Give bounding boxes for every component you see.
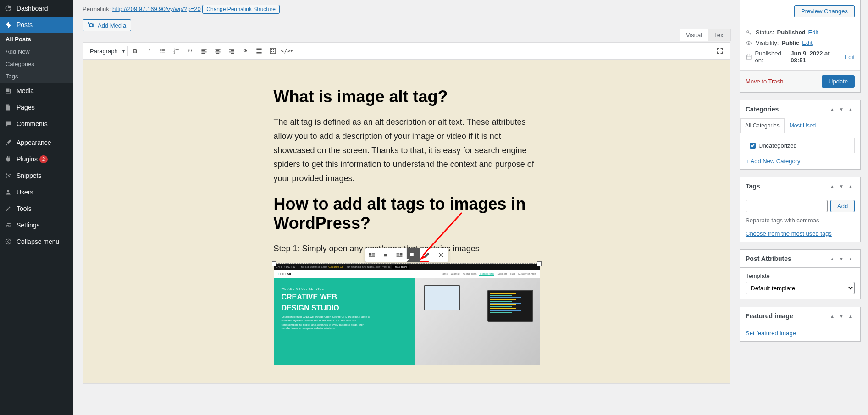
choose-tags-link[interactable]: Choose from the most used tags: [746, 230, 832, 237]
ul-button[interactable]: [156, 44, 169, 57]
menu-plugins[interactable]: Plugins 2: [0, 151, 73, 167]
img-align-center-button[interactable]: [379, 248, 393, 262]
menu-label: Settings: [17, 221, 40, 229]
menu-snippets[interactable]: Snippets: [0, 167, 73, 184]
format-select[interactable]: Paragraph ▼: [87, 46, 128, 56]
move-down-icon[interactable]: ▼: [837, 255, 846, 263]
menu-media[interactable]: Media: [0, 83, 73, 99]
menu-pages[interactable]: Pages: [0, 99, 73, 116]
permalink-label: Permalink:: [83, 6, 111, 12]
add-category-link[interactable]: + Add New Category: [746, 158, 801, 165]
code-button[interactable]: </>▾: [280, 44, 293, 57]
readmore-button[interactable]: [253, 44, 265, 57]
link-button[interactable]: [239, 44, 252, 57]
quote-button[interactable]: [184, 44, 197, 57]
menu-users[interactable]: Users: [0, 184, 73, 200]
toggle-icon[interactable]: ▲: [846, 105, 855, 113]
italic-button[interactable]: I: [143, 44, 155, 57]
set-featured-image-link[interactable]: Set featured image: [746, 330, 796, 337]
align-center-button[interactable]: [211, 44, 224, 57]
main-content: Permalink: http://209.97.169.90/vy/wp/?p…: [73, 0, 740, 415]
cat-tab-used[interactable]: Most Used: [785, 118, 821, 133]
svg-rect-9: [400, 253, 403, 256]
scissors-icon: [4, 171, 13, 180]
chevron-down-icon: ▼: [122, 49, 126, 54]
camera-icon: [88, 22, 95, 29]
paragraph-1[interactable]: The alt tag is defined as an alt descrip…: [274, 115, 540, 185]
change-permalink-button[interactable]: Change Permalink Structure: [202, 5, 280, 14]
img-remove-button[interactable]: [434, 248, 448, 262]
align-left-button[interactable]: [198, 44, 210, 57]
edit-visibility-link[interactable]: Edit: [802, 39, 812, 46]
pin-icon: [4, 20, 13, 29]
heading-1[interactable]: What is image alt tag?: [274, 87, 540, 106]
align-right-button[interactable]: [225, 44, 238, 57]
move-up-icon[interactable]: ▲: [828, 255, 836, 263]
submenu-add-new[interactable]: Add New: [0, 45, 73, 58]
status-label: Status:: [756, 29, 774, 36]
fullscreen-button[interactable]: [713, 44, 726, 57]
preview-changes-button[interactable]: Preview Changes: [794, 5, 855, 17]
submenu-categories[interactable]: Categories: [0, 58, 73, 70]
menu-label: Posts: [17, 21, 33, 28]
img-align-right-button[interactable]: [393, 248, 407, 262]
publish-box: Preview Changes Status: Published Edit V…: [740, 0, 861, 93]
toolbar-toggle-button[interactable]: [266, 44, 279, 57]
cat-tab-all[interactable]: All Categories: [740, 118, 785, 133]
resize-handle-tr[interactable]: [537, 261, 542, 266]
resize-handle-tl[interactable]: [272, 261, 276, 266]
selected-image[interactable]: EN FR DE RU The Big Summer Sale! Get 50%…: [274, 263, 540, 365]
image-mock: EN FR DE RU The Big Summer Sale! Get 50%…: [274, 264, 540, 365]
img-align-none-button[interactable]: [407, 248, 420, 262]
menu-label: Comments: [17, 120, 48, 127]
img-align-left-button[interactable]: [365, 248, 379, 262]
template-label: Template: [746, 272, 855, 279]
menu-posts[interactable]: Posts: [0, 17, 73, 33]
move-down-icon[interactable]: ▼: [837, 312, 846, 320]
move-down-icon[interactable]: ▼: [837, 182, 846, 190]
submenu-tags[interactable]: Tags: [0, 70, 73, 83]
category-checkbox[interactable]: [750, 143, 756, 149]
add-media-button[interactable]: Add Media: [83, 19, 131, 31]
move-down-icon[interactable]: ▼: [837, 105, 846, 113]
update-button[interactable]: Update: [822, 75, 855, 88]
toggle-icon[interactable]: ▲: [846, 182, 855, 190]
heading-2[interactable]: How to add alt tags to images in WordPre…: [274, 194, 540, 232]
tab-visual[interactable]: Visual: [680, 29, 708, 41]
menu-collapse[interactable]: Collapse menu: [0, 233, 73, 250]
svg-rect-8: [369, 253, 372, 256]
menu-settings[interactable]: Settings: [0, 217, 73, 233]
toggle-icon[interactable]: ▲: [846, 255, 855, 263]
move-to-trash-link[interactable]: Move to Trash: [746, 78, 783, 85]
template-select[interactable]: Default template: [746, 282, 855, 294]
toggle-icon[interactable]: ▲: [846, 312, 855, 320]
edit-date-link[interactable]: Edit: [845, 54, 855, 61]
tags-title: Tags: [746, 183, 760, 190]
permalink-url[interactable]: http://209.97.169.90/vy/wp/?p=20: [112, 6, 201, 12]
visibility-value: Public: [781, 39, 799, 46]
tab-text[interactable]: Text: [708, 29, 731, 41]
ol-button[interactable]: 123: [170, 44, 183, 57]
bold-button[interactable]: B: [129, 44, 142, 57]
add-media-label: Add Media: [98, 22, 126, 29]
calendar-icon: [746, 54, 752, 60]
move-up-icon[interactable]: ▲: [828, 312, 836, 320]
move-up-icon[interactable]: ▲: [828, 182, 836, 190]
tags-box: Tags ▲ ▼ ▲ Add Separate tags with commas…: [740, 177, 861, 242]
menu-dashboard[interactable]: Dashboard: [0, 0, 73, 17]
editor-body[interactable]: What is image alt tag? The alt tag is de…: [83, 60, 730, 383]
settings-icon: [4, 221, 13, 230]
img-edit-button[interactable]: [420, 248, 434, 262]
menu-comments[interactable]: Comments: [0, 116, 73, 132]
menu-label: Users: [17, 188, 33, 196]
add-tag-button[interactable]: Add: [830, 200, 855, 212]
move-up-icon[interactable]: ▲: [828, 105, 836, 113]
category-item-uncategorized[interactable]: Uncategorized: [750, 142, 851, 149]
categories-title: Categories: [746, 105, 779, 113]
submenu-all-posts[interactable]: All Posts: [0, 33, 73, 45]
categories-box: Categories ▲ ▼ ▲ All Categories Most Use…: [740, 100, 861, 170]
tag-input[interactable]: [746, 200, 828, 212]
menu-appearance[interactable]: Appearance: [0, 134, 73, 151]
edit-status-link[interactable]: Edit: [808, 29, 818, 36]
menu-tools[interactable]: Tools: [0, 200, 73, 217]
